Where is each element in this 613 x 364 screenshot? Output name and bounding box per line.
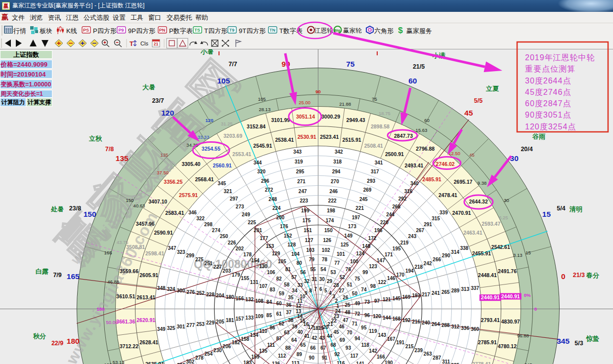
svg-text:180: 180 (226, 294, 234, 300)
svg-text:134: 134 (250, 332, 259, 338)
svg-text:2620.91: 2620.91 (136, 317, 155, 323)
svg-text:82: 82 (276, 276, 282, 282)
svg-text:84: 84 (266, 299, 272, 305)
svg-text:157: 157 (236, 316, 244, 322)
svg-text:30: 30 (319, 277, 325, 282)
svg-text:288: 288 (441, 323, 450, 328)
svg-text:269: 269 (363, 187, 372, 193)
svg-text:240: 240 (422, 320, 430, 325)
svg-text:23/8: 23/8 (69, 205, 81, 212)
svg-text:6.25: 6.25 (499, 215, 508, 220)
svg-text:325: 325 (167, 325, 175, 331)
svg-text:193: 193 (412, 293, 420, 298)
svg-text:2485.91: 2485.91 (423, 176, 441, 182)
svg-text:33.33: 33.33 (197, 134, 209, 140)
svg-text:338: 338 (460, 245, 469, 251)
svg-text:5/4: 5/4 (557, 205, 565, 212)
svg-text:0: 0 (561, 272, 566, 281)
svg-text:3203.69: 3203.69 (223, 133, 242, 139)
svg-text:130: 130 (259, 264, 267, 269)
svg-text:298: 298 (204, 222, 213, 227)
svg-text:242: 242 (424, 261, 432, 266)
svg-text:2793.41: 2793.41 (481, 317, 500, 323)
svg-text:176: 176 (280, 224, 288, 229)
svg-text:119: 119 (369, 328, 377, 334)
svg-text:2491.76: 2491.76 (498, 268, 517, 274)
svg-text:144: 144 (383, 315, 391, 321)
svg-text:P9: P9 (118, 28, 124, 33)
svg-text:223: 223 (300, 198, 308, 203)
svg-text:26: 26 (343, 295, 349, 300)
svg-text:195: 195 (104, 362, 112, 364)
svg-text:12: 12 (296, 303, 302, 309)
svg-text:2613.41: 2613.41 (136, 294, 155, 300)
svg-text:123: 123 (369, 264, 377, 269)
svg-text:93: 93 (346, 345, 351, 351)
svg-text:287: 287 (433, 355, 441, 361)
svg-text:136: 136 (272, 361, 280, 364)
svg-text:173: 173 (348, 224, 356, 229)
svg-text:2605.91: 2605.91 (139, 272, 158, 278)
svg-text:34.38: 34.38 (186, 142, 198, 148)
svg-text:小满: 小满 (432, 52, 445, 59)
svg-text:73: 73 (364, 299, 370, 305)
svg-text:60: 60 (276, 301, 282, 306)
svg-text:PN: PN (159, 28, 166, 33)
svg-text:25.00: 25.00 (299, 100, 310, 105)
svg-text:201: 201 (254, 228, 262, 233)
svg-text:Cls: Cls (140, 40, 148, 46)
svg-text:77: 77 (334, 260, 340, 266)
svg-text:49: 49 (354, 301, 360, 306)
svg-text:37: 37 (286, 310, 292, 315)
svg-text:103: 103 (306, 247, 314, 253)
svg-text:196: 196 (374, 228, 383, 233)
svg-text:224: 224 (272, 205, 281, 211)
svg-text:345: 345 (525, 362, 532, 364)
svg-text:1: 1 (336, 303, 339, 309)
svg-text:118: 118 (361, 342, 370, 348)
svg-text:5/3: 5/3 (574, 340, 583, 347)
svg-text:32: 32 (304, 279, 310, 284)
svg-text:312: 312 (451, 324, 460, 329)
svg-text:290: 290 (442, 253, 450, 258)
svg-text:96: 96 (364, 313, 370, 318)
svg-text:97: 97 (374, 298, 380, 304)
svg-text:2523.41: 2523.41 (320, 134, 339, 140)
svg-text:271: 271 (297, 179, 306, 184)
svg-text:3407.10: 3407.10 (148, 199, 167, 204)
svg-text:3152.84: 3152.84 (247, 123, 265, 129)
svg-text:68: 68 (331, 342, 337, 348)
svg-text:270: 270 (331, 179, 339, 184)
svg-text:113: 113 (292, 361, 300, 364)
svg-text:92: 92 (334, 352, 340, 357)
svg-text:112: 112 (278, 353, 286, 359)
svg-text:250: 250 (220, 234, 228, 239)
svg-text:216: 216 (412, 319, 420, 324)
svg-text:3305.40: 3305.40 (181, 161, 200, 167)
svg-text:51: 51 (347, 282, 352, 287)
svg-text:96.88: 96.88 (517, 333, 529, 338)
svg-text:289: 289 (451, 288, 460, 293)
svg-text:31: 31 (311, 277, 317, 282)
svg-text:253: 253 (196, 322, 205, 327)
svg-text:347: 347 (168, 245, 176, 251)
svg-text:226: 226 (228, 240, 236, 245)
svg-text:135: 135 (259, 348, 267, 354)
svg-text:104: 104 (291, 251, 300, 257)
svg-text:274: 274 (212, 228, 220, 233)
svg-text:206: 206 (222, 344, 231, 349)
svg-text:150: 150 (324, 228, 333, 233)
svg-text:192: 192 (402, 318, 411, 323)
svg-text:102: 102 (322, 247, 330, 253)
svg-text:38: 38 (288, 318, 294, 323)
svg-text:2508.41: 2508.41 (364, 143, 383, 149)
svg-text:3610.51: 3610.51 (116, 293, 135, 299)
svg-text:3101.99: 3101.99 (271, 117, 290, 123)
svg-text:2583.41: 2583.41 (165, 210, 184, 216)
svg-text:323: 323 (177, 249, 185, 255)
svg-text:316: 316 (404, 189, 413, 194)
svg-text:200: 200 (276, 215, 285, 220)
svg-text:23: 23 (334, 314, 340, 319)
svg-text:74: 74 (361, 287, 367, 292)
svg-text:2598.41: 2598.41 (145, 250, 164, 256)
